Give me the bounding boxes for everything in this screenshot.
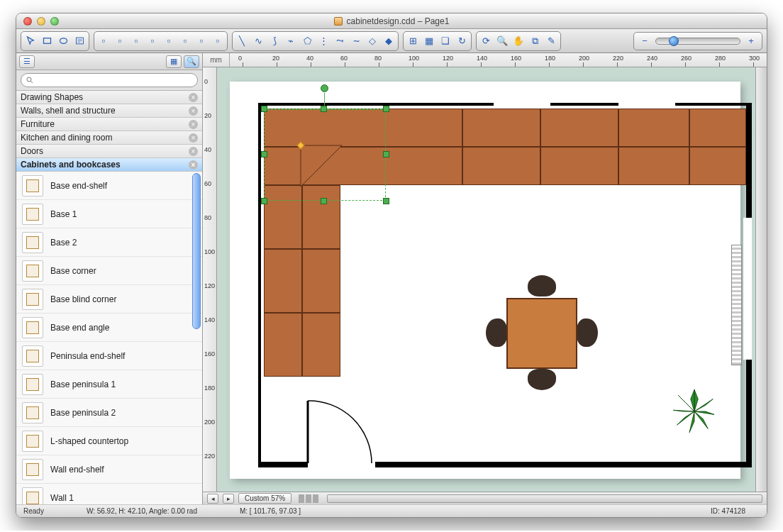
curve-tool[interactable]: ∿	[250, 33, 266, 49]
category-close-icon[interactable]: ×	[189, 106, 198, 116]
shape-item[interactable]: Base end-shelf	[16, 172, 202, 200]
canvas-row: 020406080100120140160180200220	[203, 67, 767, 492]
bezier-tool[interactable]: ⤳	[332, 33, 348, 49]
panel-tab-grid-icon[interactable]: ▦	[166, 55, 182, 68]
ungroup-icon[interactable]: ▫	[210, 33, 226, 49]
category-item[interactable]: Doors×	[16, 145, 202, 158]
ellipse-tool[interactable]	[55, 33, 71, 49]
vertical-ruler: 020406080100120140160180200220	[203, 67, 217, 492]
grid-icon[interactable]: ▦	[421, 33, 437, 49]
page-next-button[interactable]: ▸	[223, 494, 234, 504]
shape-item[interactable]: Peninsula end-shelf	[16, 342, 202, 370]
zoom-slider[interactable]	[655, 38, 740, 45]
refresh-icon[interactable]: ⟳	[478, 33, 494, 49]
page-thumb[interactable]	[299, 494, 304, 503]
shape-item[interactable]: Base blind corner	[16, 285, 202, 314]
shape-item[interactable]: Base 1	[16, 200, 202, 228]
category-item[interactable]: Walls, shell and structure×	[16, 104, 202, 118]
panel-tab-tree-icon[interactable]: ☰	[19, 55, 35, 68]
cabinet-top[interactable]	[540, 109, 618, 147]
category-close-icon[interactable]: ×	[189, 120, 198, 129]
arc-tool[interactable]: ⟆	[267, 33, 282, 49]
category-item[interactable]: Kitchen and dining room×	[16, 131, 202, 145]
resize-handle[interactable]	[383, 151, 389, 157]
shape-item[interactable]: Wall 1	[16, 484, 202, 504]
page-thumb[interactable]	[306, 494, 311, 503]
shape-tool[interactable]: ◆	[381, 33, 396, 49]
cabinet-top[interactable]	[540, 147, 618, 185]
polygon-tool[interactable]: ⬠	[299, 33, 315, 49]
canvas-v-scrollbar[interactable]	[755, 67, 767, 492]
cabinet-top[interactable]	[462, 147, 540, 185]
resize-handle[interactable]	[261, 198, 267, 204]
resize-handle[interactable]	[383, 198, 389, 204]
shape-item[interactable]: Base peninsula 1	[16, 370, 202, 399]
category-close-icon[interactable]: ×	[189, 93, 198, 102]
align-icon[interactable]: ▫	[112, 33, 128, 49]
category-item[interactable]: Cabinets and bookcases×	[16, 158, 202, 172]
dining-table[interactable]	[492, 284, 592, 383]
points-tool[interactable]: ⋮	[316, 33, 331, 49]
rotation-handle[interactable]	[321, 84, 328, 92]
cabinet-left[interactable]	[302, 313, 340, 377]
align-icon[interactable]: ▫	[145, 33, 160, 49]
group-icon[interactable]: ▫	[194, 33, 209, 49]
page-thumb[interactable]	[313, 494, 318, 503]
line-tool[interactable]: ╲	[234, 33, 250, 49]
polyline-tool[interactable]: ⌁	[283, 33, 299, 49]
canvas-h-scrollbar[interactable]	[327, 494, 762, 503]
layers-icon[interactable]: ❏	[438, 33, 453, 49]
align-icon[interactable]: ▫	[96, 33, 111, 49]
category-item[interactable]: Furniture×	[16, 118, 202, 131]
category-close-icon[interactable]: ×	[189, 147, 198, 156]
category-close-icon[interactable]: ×	[189, 160, 198, 170]
shape-item[interactable]: L-shaped countertop	[16, 427, 202, 455]
pan-icon[interactable]: ✋	[511, 33, 526, 49]
cabinet-top[interactable]	[689, 109, 746, 147]
shape-item[interactable]: Base peninsula 2	[16, 399, 202, 427]
rotate-icon[interactable]: ↻	[454, 33, 470, 49]
rectangle-tool[interactable]	[39, 33, 55, 49]
cabinet-top[interactable]	[618, 147, 689, 185]
zoom-region-icon[interactable]: ⧉	[527, 33, 543, 49]
panel-tab-search-icon[interactable]: 🔍	[184, 55, 199, 68]
resize-handle[interactable]	[383, 106, 389, 112]
spline-tool[interactable]: ∼	[348, 33, 364, 49]
shape-item[interactable]: Base corner	[16, 257, 202, 285]
eyedropper-icon[interactable]: ✎	[543, 33, 559, 49]
radiator[interactable]	[731, 245, 742, 365]
zoom-slider-thumb[interactable]	[669, 36, 679, 46]
snap-icon[interactable]: ⊞	[405, 33, 421, 49]
resize-handle[interactable]	[261, 106, 267, 112]
select-tool[interactable]	[23, 33, 38, 49]
shape-tool[interactable]: ◇	[365, 33, 380, 49]
shape-search-input[interactable]	[21, 73, 198, 87]
zoom-in-icon[interactable]: +	[745, 35, 757, 48]
category-item[interactable]: Drawing Shapes×	[16, 91, 202, 104]
zoom-out-icon[interactable]: −	[638, 35, 651, 48]
resize-handle[interactable]	[321, 106, 327, 112]
cabinet-top[interactable]	[618, 109, 689, 147]
drawing-canvas[interactable]	[217, 67, 755, 492]
cabinet-top[interactable]	[689, 147, 746, 185]
text-tool[interactable]	[72, 33, 87, 49]
shape-item[interactable]: Wall end-shelf	[16, 455, 202, 484]
window-title-text: cabinetdesign.cdd – Page1	[347, 16, 450, 26]
resize-handle[interactable]	[261, 151, 267, 157]
resize-handle[interactable]	[321, 198, 327, 204]
zoom-icon[interactable]: 🔍	[494, 33, 510, 49]
shape-list-scrollbar[interactable]	[192, 173, 201, 329]
align-icon[interactable]: ▫	[128, 33, 144, 49]
page-prev-button[interactable]: ◂	[207, 494, 218, 504]
shape-item[interactable]: Base end angle	[16, 314, 202, 342]
cabinet-top[interactable]	[462, 109, 540, 147]
category-close-icon[interactable]: ×	[189, 133, 198, 143]
shape-item[interactable]: Base 2	[16, 228, 202, 257]
cabinet-left[interactable]	[264, 313, 302, 377]
align-icon[interactable]: ▫	[161, 33, 177, 49]
zoom-level-label[interactable]: Custom 57%	[238, 493, 291, 504]
cabinet-left[interactable]	[264, 249, 302, 313]
align-icon[interactable]: ▫	[177, 33, 193, 49]
cabinet-left[interactable]	[302, 249, 340, 313]
plant-icon[interactable]	[670, 387, 719, 436]
